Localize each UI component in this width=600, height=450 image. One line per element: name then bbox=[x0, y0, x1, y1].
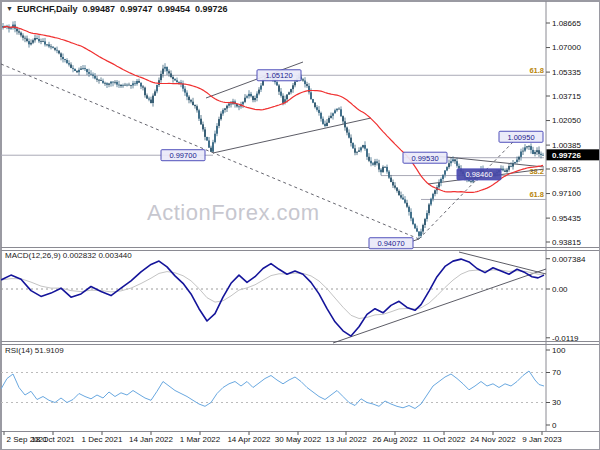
macd-pane-label: MACD(12,26,9) 0.002832 0.003440 bbox=[5, 251, 132, 260]
rsi-axis-label: 100 bbox=[552, 346, 566, 355]
price-annotation-label: 1.00950 bbox=[507, 133, 534, 142]
candlesticks bbox=[2, 21, 544, 239]
ohlc-close: 0.99726 bbox=[195, 4, 228, 14]
window-frame bbox=[2, 2, 600, 450]
fib-ratio-label: 61.8 bbox=[529, 66, 544, 75]
chart-title: ▼EURCHF,Daily0.994870.997470.994540.9972… bbox=[6, 4, 228, 14]
ohlc-high: 0.99747 bbox=[120, 4, 153, 14]
price-annotation-label: 0.98460 bbox=[465, 170, 492, 179]
price-axis-label: 0.93815 bbox=[552, 238, 581, 247]
macd-axis-label: 0.007384 bbox=[552, 255, 586, 264]
price-axis-label: 0.95435 bbox=[552, 214, 581, 223]
date-axis-label: 13 Jul 2022 bbox=[325, 435, 367, 444]
macd-axis-label: -0.0119 bbox=[552, 334, 579, 343]
chart-window: ▼EURCHF,Daily0.994870.997470.994540.9972… bbox=[0, 0, 600, 450]
date-axis-label: 11 Oct 2022 bbox=[423, 435, 467, 444]
rsi-axis-label: 0 bbox=[552, 421, 557, 430]
price-axis-label: 1.02050 bbox=[552, 116, 581, 125]
macd-axis-label: 0.00 bbox=[552, 285, 568, 294]
macd-trendline bbox=[333, 269, 546, 343]
date-axis-label: 14 Jan 2022 bbox=[129, 435, 174, 444]
rsi-axis-label: 70 bbox=[552, 368, 561, 377]
price-annotation-label: 0.94070 bbox=[377, 239, 404, 248]
price-axis-label: 1.05335 bbox=[552, 68, 581, 77]
price-axis-label: 1.08665 bbox=[552, 19, 581, 28]
price-axis-label: 0.98765 bbox=[552, 165, 581, 174]
chart-canvas[interactable]: 61.838.261.80.997001.051200.995301.00950… bbox=[1, 1, 600, 450]
fib-ratio-label: 61.8 bbox=[529, 190, 544, 199]
trendline bbox=[213, 118, 371, 153]
price-axis-label: 1.07000 bbox=[552, 43, 581, 52]
current-price-label: 0.99726 bbox=[552, 151, 581, 160]
rsi-axis-label: 30 bbox=[552, 398, 561, 407]
symbol-timeframe: EURCHF,Daily bbox=[17, 4, 78, 14]
ohlc-low: 0.99454 bbox=[158, 4, 191, 14]
date-axis-label: 1 Dec 2021 bbox=[82, 435, 123, 444]
date-axis-label: 14 Apr 2022 bbox=[227, 435, 271, 444]
price-axis-label: 0.97100 bbox=[552, 189, 581, 198]
date-axis-label: 26 Aug 2022 bbox=[373, 435, 418, 444]
price-axis-label: 1.03715 bbox=[552, 92, 581, 101]
date-axis-label: 9 Jan 2023 bbox=[522, 435, 562, 444]
moving-average-line bbox=[3, 27, 543, 193]
trendline bbox=[413, 239, 419, 241]
date-axis-label: 30 May 2022 bbox=[275, 435, 322, 444]
date-axis-label: 1 Mar 2022 bbox=[180, 435, 221, 444]
fib-ratio-label: 38.2 bbox=[529, 167, 544, 176]
macd-signal-line bbox=[1, 270, 544, 319]
price-annotation-label: 0.99530 bbox=[411, 154, 438, 163]
date-axis-label: 24 Nov 2022 bbox=[470, 435, 516, 444]
price-axis-label: 1.00385 bbox=[552, 141, 581, 150]
price-annotation-label: 0.99700 bbox=[169, 151, 196, 160]
price-annotation-label: 1.05120 bbox=[265, 71, 292, 80]
chart-dropdown-icon[interactable]: ▼ bbox=[6, 5, 13, 12]
rsi-pane-label: RSI(14) 51.9109 bbox=[5, 346, 64, 355]
ohlc-open: 0.99487 bbox=[82, 4, 115, 14]
date-axis-label: 18 Oct 2021 bbox=[31, 435, 75, 444]
